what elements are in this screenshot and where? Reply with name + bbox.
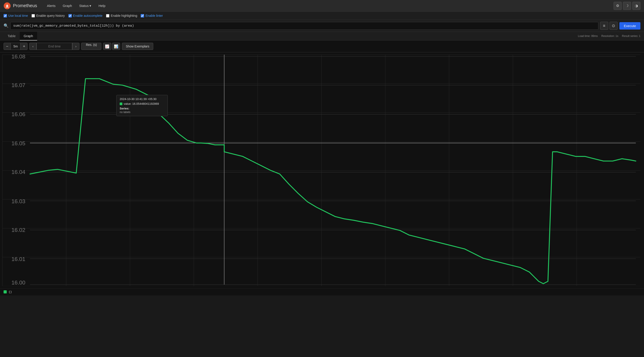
nav-help[interactable]: Help	[95, 3, 108, 9]
use-local-time-toggle[interactable]: Use local time	[4, 14, 28, 18]
load-time: Load time: 99ms	[578, 35, 598, 38]
query-bar: 🔍 ≡ ⊙ Execute	[0, 20, 644, 32]
result-series: Result series: 1	[622, 35, 640, 38]
svg-text:16.04: 16.04	[12, 169, 25, 175]
format-query-icon[interactable]: ≡	[600, 22, 608, 30]
svg-text:16.05: 16.05	[12, 140, 25, 146]
tabs-row: Table Graph Load time: 99ms Resolution: …	[0, 32, 644, 41]
svg-text:16.07: 16.07	[12, 82, 25, 88]
legend-area: {}	[0, 288, 644, 295]
range-controls: − 5m +	[4, 43, 28, 50]
resolution-input[interactable]: Res. (s)	[81, 43, 101, 50]
line-chart-button[interactable]: 📈	[103, 43, 111, 50]
time-next-button[interactable]: ›	[72, 43, 80, 50]
nav-icon-group: ⚙ ☽ ◑	[614, 2, 640, 10]
metrics-explorer-icon[interactable]: ⊙	[610, 22, 618, 30]
tabs-meta: Load time: 99ms Resolution: 1s Result se…	[578, 33, 640, 39]
svg-rect-4	[2, 55, 640, 286]
end-time-input[interactable]	[36, 43, 72, 50]
graph-controls: − 5m + ‹ › Res. (s) 📈 📊 Show Exemplars	[0, 41, 644, 52]
resolution: Resolution: 1s	[601, 35, 618, 38]
enable-autocomplete-label: Enable autocomplete	[73, 14, 103, 18]
use-local-time-label: Use local time	[8, 14, 28, 18]
enable-linter-label: Enable linter	[146, 14, 163, 18]
nav-graph[interactable]: Graph	[60, 3, 75, 9]
enable-autocomplete-toggle[interactable]: Enable autocomplete	[68, 14, 103, 18]
legend-color-box	[4, 290, 7, 293]
tab-table[interactable]: Table	[4, 32, 20, 41]
nav-status[interactable]: Status ▾	[76, 3, 94, 9]
time-navigation: ‹ ›	[29, 43, 80, 50]
chart-svg-wrap: 16.08 16.07 16.06 16.05 16.04 16.03 16.0…	[2, 55, 640, 286]
enable-highlighting-checkbox[interactable]	[106, 14, 110, 18]
legend-label: {}	[8, 290, 12, 294]
stacked-chart-button[interactable]: 📊	[112, 43, 120, 50]
range-value: 5m	[11, 43, 20, 50]
enable-query-history-toggle[interactable]: Enable query history	[32, 14, 65, 18]
enable-query-history-label: Enable query history	[36, 14, 65, 18]
enable-query-history-checkbox[interactable]	[32, 14, 35, 18]
use-local-time-checkbox[interactable]	[4, 14, 7, 18]
brand-name: Prometheus	[13, 3, 37, 8]
navbar: Prometheus Alerts Graph Status ▾ Help ⚙ …	[0, 0, 644, 12]
svg-text:16.01: 16.01	[12, 256, 25, 262]
chart-svg: 16.08 16.07 16.06 16.05 16.04 16.03 16.0…	[2, 55, 640, 286]
brand: Prometheus	[4, 2, 37, 10]
range-minus-button[interactable]: −	[4, 43, 11, 50]
svg-point-2	[6, 5, 8, 7]
contrast-icon[interactable]: ◑	[632, 2, 640, 10]
svg-text:16.08: 16.08	[12, 55, 25, 60]
prometheus-logo	[4, 2, 11, 10]
query-input[interactable]	[10, 22, 598, 30]
range-plus-button[interactable]: +	[20, 43, 28, 50]
enable-autocomplete-checkbox[interactable]	[68, 14, 72, 18]
search-icon: 🔍	[4, 23, 8, 28]
svg-text:16.03: 16.03	[12, 198, 25, 204]
enable-linter-toggle[interactable]: Enable linter	[141, 14, 163, 18]
nav-alerts[interactable]: Alerts	[44, 3, 58, 9]
enable-highlighting-label: Enable highlighting	[111, 14, 137, 18]
query-actions: ≡ ⊙	[600, 22, 618, 30]
chevron-down-icon: ▾	[90, 4, 91, 8]
toolbar: Use local time Enable query history Enab…	[0, 12, 644, 20]
svg-text:16.02: 16.02	[12, 227, 25, 233]
nav-links: Alerts Graph Status ▾ Help	[44, 3, 614, 9]
chart-type-buttons: 📈 📊	[103, 43, 120, 50]
enable-highlighting-toggle[interactable]: Enable highlighting	[106, 14, 137, 18]
settings-icon[interactable]: ⚙	[614, 2, 622, 10]
moon-icon[interactable]: ☽	[623, 2, 631, 10]
execute-button[interactable]: Execute	[620, 22, 640, 30]
enable-linter-checkbox[interactable]	[141, 14, 144, 18]
time-prev-button[interactable]: ‹	[29, 43, 36, 50]
tab-graph[interactable]: Graph	[20, 32, 37, 41]
show-exemplars-button[interactable]: Show Exemplars	[122, 43, 153, 50]
svg-text:16.00: 16.00	[12, 279, 25, 286]
svg-text:16.06: 16.06	[12, 111, 25, 117]
chart-container: 16.08 16.07 16.06 16.05 16.04 16.03 16.0…	[0, 52, 644, 288]
